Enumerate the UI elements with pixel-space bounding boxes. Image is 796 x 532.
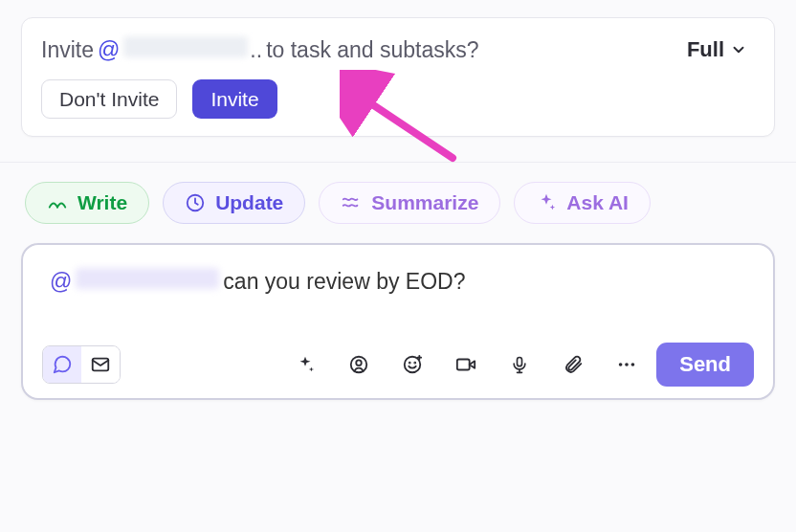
ai-tool-button[interactable] bbox=[291, 350, 320, 379]
mention-at: @ bbox=[98, 37, 120, 63]
invite-suffix: to task and subtasks? bbox=[266, 37, 478, 63]
microphone-icon bbox=[510, 354, 529, 375]
send-button[interactable]: Send bbox=[656, 343, 754, 387]
invite-prefix: Invite bbox=[41, 37, 94, 63]
invite-prompt-text: Invite @ .. to task and subtasks? bbox=[41, 36, 479, 63]
comment-text-rest: can you review by EOD? bbox=[223, 269, 465, 295]
summarize-pill[interactable]: Summarize bbox=[319, 182, 500, 224]
video-tool-button[interactable] bbox=[452, 350, 480, 379]
more-horizontal-icon bbox=[616, 354, 637, 375]
chat-bubble-icon bbox=[52, 354, 73, 375]
update-pill-label: Update bbox=[215, 191, 283, 214]
mention-ellipsis: .. bbox=[250, 37, 262, 63]
chevron-down-icon bbox=[730, 41, 747, 58]
paperclip-icon bbox=[563, 354, 584, 375]
invite-scope-label: Full bbox=[687, 37, 724, 62]
update-pill[interactable]: Update bbox=[163, 182, 305, 224]
mention-name-redacted bbox=[123, 36, 248, 57]
emoji-tool-button[interactable] bbox=[398, 350, 427, 379]
attach-file-button[interactable] bbox=[559, 350, 587, 379]
write-pill[interactable]: Write bbox=[25, 182, 149, 224]
ask-ai-icon bbox=[536, 192, 557, 213]
invite-scope-dropdown[interactable]: Full bbox=[679, 33, 755, 66]
write-pill-label: Write bbox=[77, 191, 127, 214]
summarize-pill-label: Summarize bbox=[371, 191, 478, 214]
svg-point-13 bbox=[619, 363, 623, 366]
more-tools-button[interactable] bbox=[612, 350, 641, 379]
svg-point-5 bbox=[405, 357, 421, 373]
svg-point-7 bbox=[414, 363, 415, 364]
svg-rect-10 bbox=[518, 358, 522, 366]
mention-icon bbox=[348, 354, 369, 375]
update-icon bbox=[185, 192, 206, 213]
email-mode-button[interactable] bbox=[81, 346, 120, 383]
svg-point-6 bbox=[409, 363, 410, 364]
mention-at: @ bbox=[50, 269, 72, 295]
svg-point-4 bbox=[356, 361, 362, 366]
invite-button[interactable]: Invite bbox=[192, 79, 276, 119]
record-audio-button[interactable] bbox=[505, 350, 534, 379]
mode-toggle bbox=[42, 345, 121, 384]
section-divider bbox=[0, 162, 796, 163]
svg-point-15 bbox=[631, 363, 635, 366]
summarize-icon bbox=[341, 192, 362, 213]
comment-input[interactable]: @ can you review by EOD? bbox=[42, 262, 754, 320]
invite-banner: Invite @ .. to task and subtasks? Full D… bbox=[21, 17, 775, 137]
video-icon bbox=[454, 354, 477, 375]
ask-ai-pill-label: Ask AI bbox=[566, 191, 629, 214]
composer-toolbar: Send bbox=[42, 343, 754, 387]
mail-icon bbox=[90, 354, 111, 375]
svg-rect-8 bbox=[457, 360, 470, 370]
ask-ai-pill[interactable]: Ask AI bbox=[514, 182, 651, 224]
svg-point-14 bbox=[625, 363, 629, 366]
mention-name-redacted bbox=[76, 268, 219, 289]
write-icon bbox=[47, 192, 68, 213]
mention-tool-button[interactable] bbox=[344, 350, 373, 379]
comment-mode-button[interactable] bbox=[43, 346, 81, 383]
dont-invite-button[interactable]: Don't Invite bbox=[41, 79, 177, 119]
comment-composer: @ can you review by EOD? bbox=[21, 243, 775, 400]
sparkle-icon bbox=[295, 354, 316, 375]
emoji-add-icon bbox=[402, 354, 423, 375]
ai-actions-row: Write Update Summarize Ask AI bbox=[21, 182, 775, 224]
